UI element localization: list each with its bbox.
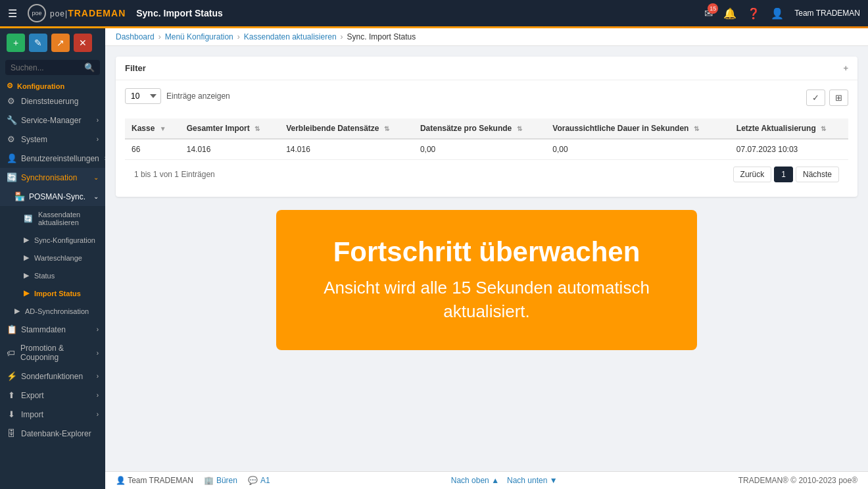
breadcrumb-kassendaten[interactable]: Kassendaten aktualisieren xyxy=(244,32,337,41)
logo-circle: poe xyxy=(28,4,46,22)
sonderfunktionen-icon: ⚡ xyxy=(7,371,16,381)
import-icon: ⬇ xyxy=(7,409,16,419)
search-icon: 🔍 xyxy=(84,63,95,72)
quick-delete-button[interactable]: ✕ xyxy=(74,34,92,52)
breadcrumb-menu-konfiguration[interactable]: Menü Konfiguration xyxy=(165,32,233,41)
search-input[interactable] xyxy=(11,63,84,72)
pagination-next[interactable]: Nächste xyxy=(796,167,839,182)
breadcrumb-current: Sync. Import Status xyxy=(347,32,416,41)
user-icon[interactable]: 👤 xyxy=(771,7,784,20)
pagination-page-1[interactable]: 1 xyxy=(774,167,793,182)
messages-icon[interactable]: ✉ 15 xyxy=(704,7,713,20)
stammdaten-icon: 📋 xyxy=(7,324,16,334)
footer-a1-link[interactable]: 💬 A1 xyxy=(248,476,270,485)
promotion-chevron: › xyxy=(97,349,99,357)
overlay-card: Fortschritt überwachen Ansicht wird alle… xyxy=(276,210,697,350)
pagination-prev[interactable]: Zurück xyxy=(733,167,772,182)
footer-nav-down[interactable]: Nach unten ▼ xyxy=(507,476,558,485)
sidebar-item-import[interactable]: ⬇ Import › xyxy=(0,405,105,424)
table-check-button[interactable]: ✓ xyxy=(806,90,825,106)
message-badge: 15 xyxy=(708,3,718,14)
sidebar-item-ad-synchronisation[interactable]: ▶ AD-Synchronisation xyxy=(0,302,105,320)
sidebar-item-dienststeuerung[interactable]: ⚙ Dienststeuerung xyxy=(0,91,105,111)
page-title: Sync. Import Status xyxy=(136,8,704,18)
sidebar-search: 🔍 xyxy=(5,60,100,75)
sidebar-item-system[interactable]: ⚙ System › xyxy=(0,130,105,149)
sort-verbleibende-icon: ⇅ xyxy=(384,125,389,132)
sort-letzte-icon: ⇅ xyxy=(821,125,826,132)
main-content: Dashboard › Menü Konfiguration › Kassend… xyxy=(105,28,868,489)
cell-voraussichtliche: 0,00 xyxy=(546,139,730,160)
sidebar-item-datenbank-explorer[interactable]: 🗄 Datenbank-Explorer xyxy=(0,424,105,443)
sidebar-section-konfiguration: ⚙ Konfiguration xyxy=(0,78,105,91)
sidebar-item-promotion-couponing[interactable]: 🏷 Promotion & Couponing › xyxy=(0,339,105,367)
warteschlange-icon: ▶ xyxy=(24,253,29,262)
breadcrumb-sep-3: › xyxy=(341,32,343,41)
notifications-icon[interactable]: 🔔 xyxy=(723,7,736,20)
sidebar-item-import-status[interactable]: ▶ Import Status xyxy=(0,284,105,302)
system-chevron: › xyxy=(97,136,99,143)
footer-buero-link[interactable]: 🏢 Büren xyxy=(204,476,237,485)
filter-expand-icon[interactable]: + xyxy=(843,63,848,73)
sidebar-item-synchronisation[interactable]: 🔄 Synchronisation ⌄ xyxy=(0,168,105,187)
sidebar: + ✎ ↗ ✕ 🔍 ⚙ Konfiguration ⚙ Dienststeuer… xyxy=(0,28,105,489)
sidebar-item-status[interactable]: ▶ Status xyxy=(0,267,105,284)
sidebar-item-warteschlange[interactable]: ▶ Warteschlange xyxy=(0,249,105,267)
entries-select[interactable]: 10 25 50 100 xyxy=(125,88,161,104)
sidebar-item-sonderfunktionen[interactable]: ⚡ Sonderfunktionen › xyxy=(0,367,105,386)
promotion-icon: 🏷 xyxy=(7,348,15,358)
cell-letzte-aktualisierung: 07.07.2023 10:03 xyxy=(730,139,848,160)
footer-center: Nach oben ▲ Nach unten ▼ xyxy=(451,476,558,485)
content-area: Filter + 10 25 50 100 Einträg xyxy=(105,46,868,471)
footer-team-icon: 👤 xyxy=(116,476,126,485)
table-row: 66 14.016 14.016 0,00 0,00 07.07.2023 10… xyxy=(125,139,848,160)
import-status-icon: ▶ xyxy=(24,289,29,297)
sidebar-item-stammdaten[interactable]: 📋 Stammdaten › xyxy=(0,320,105,339)
sync-konfiguration-icon: ▶ xyxy=(24,236,29,244)
dienststeuerung-icon: ⚙ xyxy=(7,96,16,106)
breadcrumb-dashboard[interactable]: Dashboard xyxy=(116,32,155,41)
hamburger-icon[interactable]: ☰ xyxy=(8,7,17,20)
col-kasse[interactable]: Kasse ▼ xyxy=(125,118,180,139)
top-nav-right: ✉ 15 🔔 ❓ 👤 Team TRADEMAN xyxy=(704,7,860,20)
footer: 👤 Team TRADEMAN 🏢 Büren 💬 A1 Nach oben ▲… xyxy=(105,471,868,489)
konfiguration-icon: ⚙ xyxy=(7,82,13,90)
quick-export-button[interactable]: ↗ xyxy=(51,34,70,52)
sort-voraussichtliche-icon: ⇅ xyxy=(694,125,699,132)
footer-team: 👤 Team TRADEMAN xyxy=(116,476,193,485)
footer-copyright: TRADEMAN® © 2010-2023 poe® xyxy=(738,476,857,485)
ad-sync-icon: ▶ xyxy=(14,307,20,315)
table-footer: 1 bis 1 von 1 Einträgen Zurück 1 Nächste xyxy=(125,160,848,189)
posman-sync-chevron: ⌄ xyxy=(93,193,99,200)
breadcrumb-sep-1: › xyxy=(158,32,161,41)
quick-action-buttons: + ✎ ↗ ✕ xyxy=(0,28,105,57)
col-letzte-aktualisierung[interactable]: Letzte Aktualisierung ⇅ xyxy=(730,118,848,139)
layout: + ✎ ↗ ✕ 🔍 ⚙ Konfiguration ⚙ Dienststeuer… xyxy=(0,28,868,489)
cell-kasse: 66 xyxy=(125,139,180,160)
sidebar-item-export[interactable]: ⬆ Export › xyxy=(0,386,105,405)
col-datensaetze-sekunde[interactable]: Datensätze pro Sekunde ⇅ xyxy=(414,118,546,139)
pagination-info: 1 bis 1 von 1 Einträgen xyxy=(134,170,215,179)
posman-sync-icon: 🏪 xyxy=(14,192,24,201)
col-verbleibende[interactable]: Verbleibende Datensätze ⇅ xyxy=(279,118,414,139)
col-gesamter-import[interactable]: Gesamter Import ⇅ xyxy=(180,118,279,139)
sidebar-item-kassendaten[interactable]: 🔄 Kassendaten aktualisieren xyxy=(0,206,105,231)
stammdaten-chevron: › xyxy=(97,326,99,333)
cell-verbleibende: 14.016 xyxy=(279,139,414,160)
datenbank-icon: 🗄 xyxy=(7,428,16,438)
help-icon[interactable]: ❓ xyxy=(747,7,760,20)
col-voraussichtliche[interactable]: Voraussichtliche Dauer in Sekunden ⇅ xyxy=(546,118,730,139)
sort-kasse-icon: ▼ xyxy=(160,125,166,132)
quick-add-button[interactable]: + xyxy=(7,34,25,52)
sidebar-item-service-manager[interactable]: 🔧 Service-Manager › xyxy=(0,111,105,130)
sidebar-item-benutzereinstellungen[interactable]: 👤 Benutzereinstellungen › xyxy=(0,149,105,168)
footer-nav-up[interactable]: Nach oben ▲ xyxy=(451,476,499,485)
sort-datensaetze-icon: ⇅ xyxy=(517,125,522,132)
table-columns-button[interactable]: ⊞ xyxy=(829,90,848,106)
footer-a1-icon: 💬 xyxy=(248,476,258,485)
system-icon: ⚙ xyxy=(7,134,16,144)
sidebar-item-sync-konfiguration[interactable]: ▶ Sync-Konfiguration xyxy=(0,231,105,249)
quick-edit-button[interactable]: ✎ xyxy=(29,34,47,52)
cell-datensaetze-sekunde: 0,00 xyxy=(414,139,546,160)
sidebar-item-posman-sync[interactable]: 🏪 POSMAN-Sync. ⌄ xyxy=(0,187,105,206)
